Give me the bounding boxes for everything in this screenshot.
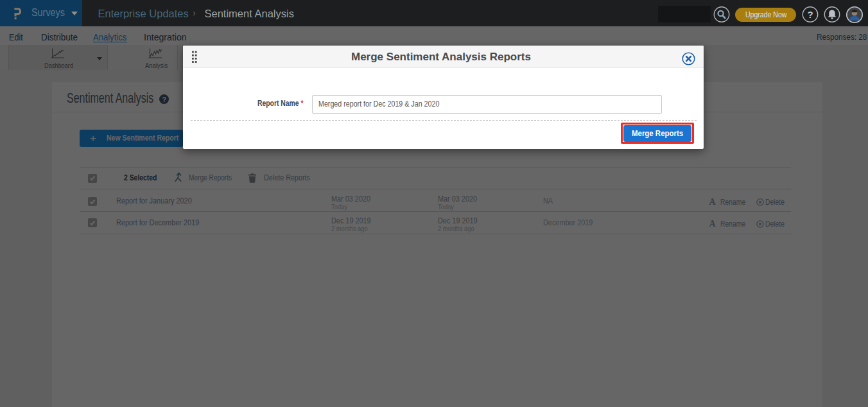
svg-text:?: ? bbox=[807, 9, 813, 20]
